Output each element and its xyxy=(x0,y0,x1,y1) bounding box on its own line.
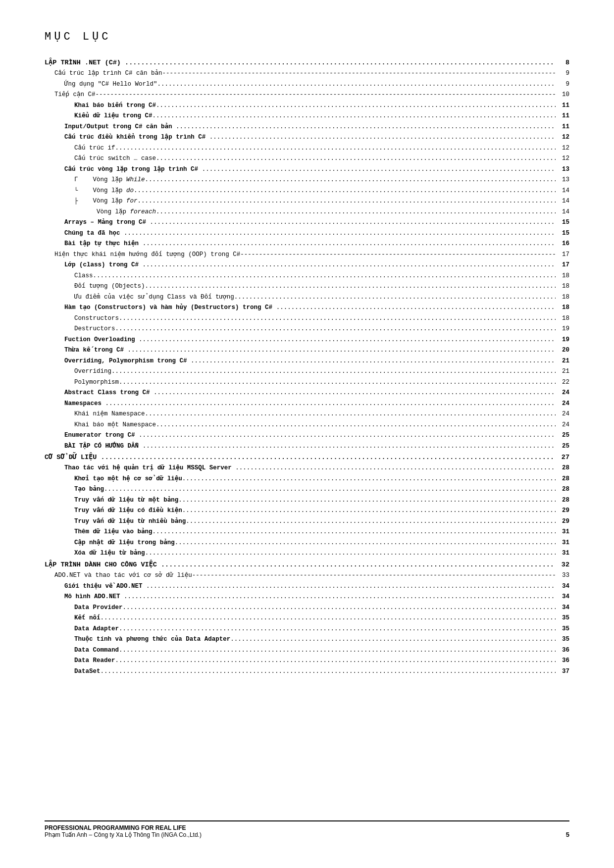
entry-fill: ........................................… xyxy=(161,559,556,570)
toc-entry-16: Chúng ta đã học ........................… xyxy=(45,228,569,239)
entry-page: 11 xyxy=(556,122,569,133)
entry-page: 17 xyxy=(556,260,569,271)
entry-label: Cập nhật dữ liệu trong bảng xyxy=(74,538,175,549)
entry-page: 11 xyxy=(556,111,569,122)
entry-fill: ........................................… xyxy=(153,111,556,122)
entry-fill: ........................................… xyxy=(191,356,556,367)
entry-fill: ........................................… xyxy=(124,592,556,603)
entry-fill: ........................................… xyxy=(111,366,556,377)
toc-entry-47: LẬP TRÌNH DÀNH CHO CÔNG VIỆC ...........… xyxy=(45,559,569,570)
toc-entry-11: Γ Vòng lặp While........................… xyxy=(45,175,569,186)
entry-label: Data Provider xyxy=(74,603,123,613)
page: MỤC LỤC LẬP TRÌNH .NET (C#) ............… xyxy=(0,0,614,868)
entry-page: 10 xyxy=(556,90,569,101)
entry-page: 19 xyxy=(556,335,569,346)
entry-page: 18 xyxy=(556,313,569,324)
toc-entry-30: Polymorphism............................… xyxy=(45,377,569,388)
toc-entry-56: Data Reader.............................… xyxy=(45,656,569,666)
entry-fill: ........................................… xyxy=(134,186,556,197)
toc-entry-41: Truy vấn dữ liệu từ một bảng............… xyxy=(45,495,569,506)
entry-label: DataSet xyxy=(74,666,101,677)
toc-entry-18: Hiện thực khái niệm hướng đối tượng (OOP… xyxy=(45,250,569,260)
entry-page: 9 xyxy=(556,68,569,79)
entry-label: Cấu trúc điều khiển trong lập trình C# xyxy=(64,132,209,143)
entry-fill: ........................................… xyxy=(234,292,556,303)
entry-label: Fuction Overloading xyxy=(64,335,139,346)
toc-entry-49: Giới thiệu về ADO.NET ..................… xyxy=(45,581,569,592)
entry-page: 25 xyxy=(556,430,569,441)
entry-label: Đối tượng (Objects) xyxy=(74,281,145,292)
footer-left: PROFESSIONAL PROGRAMMING FOR REAL LIFE P… xyxy=(45,824,202,838)
entry-page: 13 xyxy=(556,164,569,175)
entry-label: Hiện thực khái niệm hướng đối tượng (OOP… xyxy=(54,250,240,260)
footer-page: 5 xyxy=(566,831,569,838)
entry-label: Class xyxy=(74,271,93,282)
entry-label: └ Vòng lặp do xyxy=(74,186,134,197)
entry-page: 20 xyxy=(556,345,569,356)
entry-page: 37 xyxy=(556,666,569,677)
entry-label: Cấu trúc switch … case xyxy=(74,153,156,164)
entry-page: 21 xyxy=(556,356,569,367)
toc-entry-52: Kết nối.................................… xyxy=(45,613,569,624)
toc-entry-13: ├ Vòng lặp for..........................… xyxy=(45,196,569,207)
toc-entry-4: Khai báo biến trong C#..................… xyxy=(45,101,569,111)
entry-page: 34 xyxy=(556,592,569,603)
toc-entry-15: Arrays – Mảng trong C# .................… xyxy=(45,217,569,228)
toc-entry-9: Cấu trúc switch … case..................… xyxy=(45,153,569,164)
toc-entry-36: BÀI TẬP CÓ HƯỚNG DẪN ...................… xyxy=(45,441,569,452)
entry-fill: ........................................… xyxy=(128,345,556,356)
entry-fill: ........................................… xyxy=(156,207,556,218)
entry-fill: ........................................… xyxy=(101,452,556,463)
entry-page: 28 xyxy=(556,474,569,485)
toc-entry-20: Class...................................… xyxy=(45,271,569,282)
entry-fill: ........................................… xyxy=(175,538,556,549)
entry-page: 24 xyxy=(556,420,569,431)
entry-fill: ........................................… xyxy=(176,122,556,133)
entry-label: Data Reader xyxy=(74,656,115,666)
toc-entry-51: Data Provider...........................… xyxy=(45,603,569,613)
entry-label: Namespaces xyxy=(64,399,105,409)
entry-label: Overriding, Polymorphism trong C# xyxy=(64,356,191,367)
entry-fill: ........................................… xyxy=(154,388,556,399)
entry-label: Truy vấn dữ liệu từ nhiều bảng xyxy=(74,516,186,527)
entry-label: Bài tập tự thực hiện xyxy=(64,239,143,250)
entry-page: 35 xyxy=(556,624,569,635)
entry-page: 18 xyxy=(556,292,569,303)
entry-label: Vòng lặp foreach xyxy=(74,207,156,218)
entry-fill: ........................................… xyxy=(101,666,556,677)
entry-fill: ........................................… xyxy=(105,399,556,409)
entry-fill: ........................................… xyxy=(104,484,556,495)
toc-entry-27: Thừa kế trong C# .......................… xyxy=(45,345,569,356)
entry-label: Mô hình ADO.NET xyxy=(64,592,124,603)
entry-page: 36 xyxy=(556,656,569,666)
entry-page: 18 xyxy=(556,281,569,292)
entry-page: 12 xyxy=(556,132,569,143)
toc-entry-14: Vòng lặp foreach........................… xyxy=(45,207,569,218)
entry-fill: ........................................… xyxy=(202,164,556,175)
entry-fill: ........................................… xyxy=(119,377,556,388)
entry-page: 31 xyxy=(556,548,569,559)
toc-entry-34: Khai báo một Namespace..................… xyxy=(45,420,569,431)
entry-label: Hàm tạo (Constructors) và hàm hủy (Destr… xyxy=(64,303,276,313)
entry-label: Cấu trúc vòng lặp trong lập trình C# xyxy=(64,164,202,175)
entry-fill: ........................................… xyxy=(101,613,556,624)
entry-fill: ........................................… xyxy=(143,441,556,452)
entry-page: 27 xyxy=(556,452,569,463)
entry-fill: ........................................… xyxy=(230,634,556,645)
toc-entry-12: └ Vòng lặp do...........................… xyxy=(45,186,569,197)
entry-label: LẬP TRÌNH .NET (C#) xyxy=(45,57,125,68)
entry-label: Chúng ta đã học xyxy=(64,228,124,239)
entry-fill: ........................................… xyxy=(156,420,556,431)
entry-page: 28 xyxy=(556,484,569,495)
toc-entry-40: Tạo bảng................................… xyxy=(45,484,569,495)
entry-page: 15 xyxy=(556,228,569,239)
entry-page: 29 xyxy=(556,506,569,516)
entry-page: 18 xyxy=(556,271,569,282)
entry-label: Arrays – Mảng trong C# xyxy=(64,217,150,228)
entry-fill: ........................................… xyxy=(178,495,556,506)
toc-entry-19: Lớp (class) trong C# ...................… xyxy=(45,260,569,271)
entry-page: 34 xyxy=(556,581,569,592)
entry-fill: ........................................… xyxy=(145,548,556,559)
entry-fill: ........................................… xyxy=(124,228,556,239)
entry-page: 36 xyxy=(556,645,569,656)
